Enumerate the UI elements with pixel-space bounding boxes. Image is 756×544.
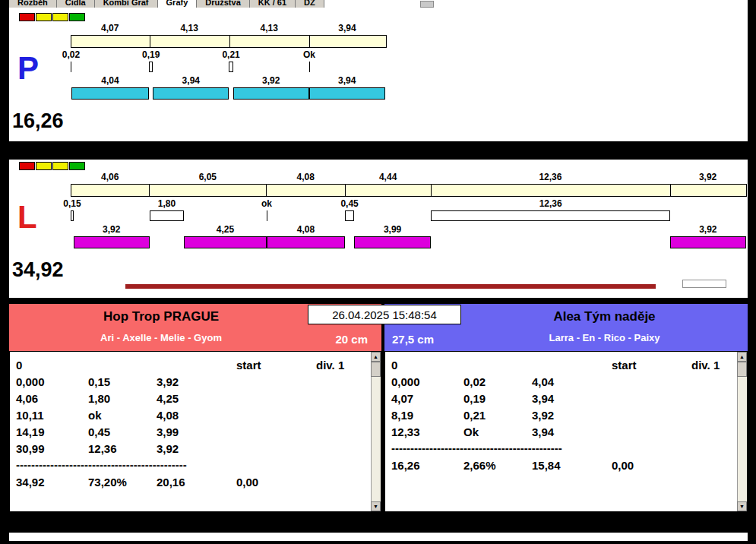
table-cell: 0,00 — [236, 476, 316, 489]
split-time-label: 4,06 — [101, 172, 119, 182]
tab-label: Družstva — [205, 0, 240, 8]
split-time-label: 4,07 — [101, 23, 119, 33]
status-light — [19, 13, 35, 21]
cross-time-label: 0,02 — [62, 49, 80, 60]
cross-time-label: 0,15 — [63, 198, 81, 209]
dog-time-label: 4,08 — [297, 224, 315, 235]
split-bar — [71, 35, 387, 48]
dog-run-bar — [74, 236, 150, 248]
split-segment — [71, 36, 150, 47]
cross-marker-tick — [267, 210, 267, 221]
table-cell: 2,66% — [463, 459, 532, 472]
table-row: 4,070,193,94 — [385, 390, 747, 406]
dog-run-bar — [233, 87, 309, 100]
status-light — [52, 13, 68, 21]
table-cell: 3,94 — [532, 392, 612, 405]
tab-label: DZ — [304, 0, 315, 8]
scroll-up-arrow[interactable]: ▲ — [737, 352, 747, 362]
table-separator: ----------------------------------------… — [10, 457, 381, 473]
status-light — [69, 13, 85, 21]
datetime-display: 26.04.2025 15:48:54 — [308, 305, 461, 324]
dog-run-bar — [670, 236, 746, 248]
status-light — [36, 162, 52, 170]
tab-scrollbar[interactable] — [420, 1, 434, 8]
table-cell: 0,15 — [88, 375, 157, 388]
team-dogs: Larra - En - Rico - Paixy — [461, 332, 748, 343]
table-cell: 10,11 — [16, 409, 88, 422]
tab-kombi-graf[interactable]: Kombi Graf — [95, 0, 158, 8]
table-cell: 1,80 — [88, 392, 157, 405]
team-panel-right: Alea Tým nadějeLarra - En - Rico - Paixy… — [384, 304, 748, 512]
dog-run-bar — [267, 236, 346, 248]
table-cell: 0,45 — [88, 425, 157, 438]
table-cell: 15,84 — [532, 459, 612, 472]
split-time-label: 4,08 — [297, 172, 315, 182]
scroll-thumb[interactable] — [737, 362, 747, 377]
table-row: 30,9912,363,92 — [10, 440, 381, 457]
table-cell: start — [236, 359, 316, 372]
dog-time-label: 3,92 — [699, 224, 716, 235]
tab-label: Čidla — [65, 0, 86, 8]
split-segment — [310, 36, 386, 47]
jump-height: 20 cm — [335, 333, 368, 346]
table-cell: 3,99 — [157, 425, 236, 438]
split-segment — [267, 185, 346, 196]
tab-rozbeh[interactable]: Rozběh — [9, 0, 57, 8]
status-light — [52, 162, 68, 170]
scroll-down-arrow[interactable]: ▼ — [737, 501, 747, 511]
tab-cidla[interactable]: Čidla — [57, 0, 95, 8]
cross-marker-tick — [309, 62, 310, 72]
split-time-label: 6,05 — [199, 172, 217, 182]
scroll-thumb[interactable] — [371, 362, 381, 377]
cross-marker-box — [345, 210, 353, 221]
scroll-up-arrow[interactable]: ▲ — [371, 352, 381, 362]
playback-position-bar — [125, 284, 656, 289]
split-segment — [346, 185, 432, 196]
table-cell: 4,07 — [391, 392, 463, 405]
lane-total-time: 16,26 — [12, 109, 64, 133]
scroll-down-arrow[interactable]: ▼ — [371, 501, 381, 511]
table-cell: 34,92 — [16, 476, 88, 489]
vertical-scrollbar[interactable]: ▲▼ — [737, 352, 747, 511]
cross-marker-box — [149, 62, 153, 72]
team-name: Alea Tým naděje — [461, 309, 748, 324]
table-cell: 20,16 — [157, 476, 236, 489]
dog-run-bar — [71, 87, 150, 100]
cross-marker-box — [71, 210, 74, 221]
dog-time-label: 3,92 — [103, 224, 120, 235]
split-segment — [230, 36, 310, 47]
vertical-scrollbar[interactable]: ▲▼ — [371, 352, 381, 511]
right-lane-graph-panel: P4,074,134,133,940,024,040,193,940,213,9… — [9, 11, 748, 141]
split-time-label: 3,94 — [338, 23, 356, 33]
table-cell: 0 — [391, 359, 463, 372]
tab-grafy[interactable]: Grafy — [158, 0, 198, 8]
jump-height: 27,5 cm — [392, 333, 434, 346]
dog-time-label: 3,94 — [338, 75, 356, 86]
table-row: 4,061,804,25 — [10, 390, 381, 406]
cross-time-label: 1,80 — [158, 198, 176, 209]
status-light — [69, 162, 85, 170]
table-row: 0startdiv. 1 — [385, 356, 747, 373]
split-time-label: 12,36 — [539, 172, 561, 182]
bottom-scrollbar[interactable] — [9, 533, 748, 541]
dog-run-bar — [309, 87, 385, 100]
tab-dz[interactable]: DZ — [296, 0, 324, 8]
tab-druzstva[interactable]: Družstva — [197, 0, 249, 8]
split-segment — [150, 36, 230, 47]
cross-time-label: 0,21 — [222, 49, 239, 60]
dog-run-bar — [354, 236, 432, 248]
table-cell: 0,21 — [463, 409, 532, 422]
tab-kk-61[interactable]: KK / 61 — [250, 0, 296, 8]
table-cell: ok — [88, 409, 157, 422]
table-cell: 8,19 — [391, 409, 463, 422]
left-lane-graph-panel: L4,066,054,084,4412,363,920,153,921,804,… — [9, 160, 748, 298]
split-time-label: 4,13 — [261, 23, 278, 33]
table-cell: 30,99 — [16, 442, 88, 455]
table-cell: 0,000 — [16, 375, 88, 388]
table-cell: Ok — [463, 425, 532, 438]
cross-time-label: 0,45 — [340, 198, 358, 209]
dog-time-label: 3,99 — [384, 224, 401, 235]
table-cell: 16,26 — [391, 459, 463, 472]
team-panel-left: Hop Trop PRAGUEAri - Axelle - Melie - Gy… — [9, 304, 381, 512]
table-cell: 0,00 — [612, 459, 691, 472]
